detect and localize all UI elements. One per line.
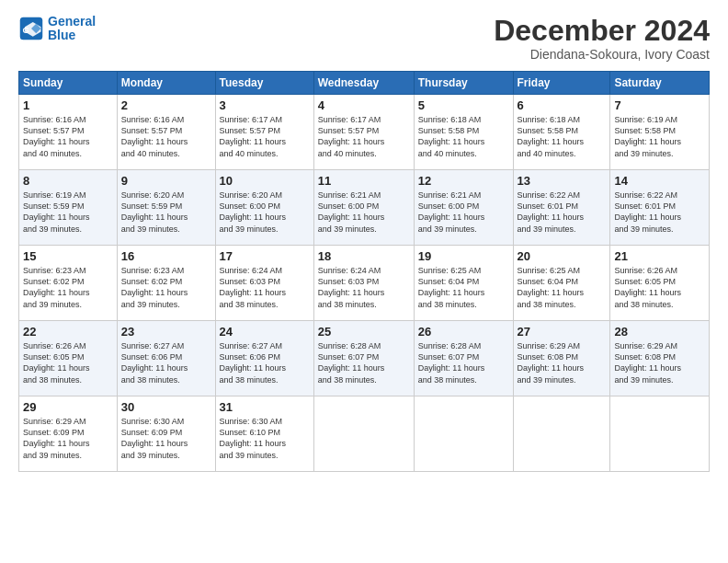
logo-line1: General [48,14,96,29]
day-info: Sunrise: 6:17 AM Sunset: 5:57 PM Dayligh… [318,114,410,159]
day-info: Sunrise: 6:21 AM Sunset: 6:00 PM Dayligh… [318,190,410,235]
day-info: Sunrise: 6:20 AM Sunset: 5:59 PM Dayligh… [121,190,211,235]
day-info: Sunrise: 6:20 AM Sunset: 6:00 PM Dayligh… [220,190,310,235]
title-block: December 2024 Diendana-Sokoura, Ivory Co… [494,15,710,62]
calendar-cell: 21Sunrise: 6:26 AM Sunset: 6:05 PM Dayli… [610,246,710,321]
day-number: 22 [23,325,113,339]
day-info: Sunrise: 6:16 AM Sunset: 5:57 PM Dayligh… [121,114,211,159]
calendar-cell: 23Sunrise: 6:27 AM Sunset: 6:06 PM Dayli… [117,321,215,396]
weekday-header: Saturday [610,72,710,95]
svg-text:G: G [22,26,28,36]
day-info: Sunrise: 6:23 AM Sunset: 6:02 PM Dayligh… [23,265,113,310]
day-number: 10 [220,174,310,188]
day-info: Sunrise: 6:23 AM Sunset: 6:02 PM Dayligh… [121,265,211,310]
page: G General Blue December 2024 Diendana-So… [0,0,728,563]
day-number: 31 [220,400,310,414]
calendar-cell: 11Sunrise: 6:21 AM Sunset: 6:00 PM Dayli… [313,170,414,246]
day-number: 12 [418,174,509,188]
day-number: 1 [23,98,113,112]
day-info: Sunrise: 6:24 AM Sunset: 6:03 PM Dayligh… [318,265,410,310]
calendar-week-row: 1Sunrise: 6:16 AM Sunset: 5:57 PM Daylig… [19,95,710,170]
day-number: 11 [318,174,410,188]
weekday-header: Sunday [19,72,118,95]
calendar-cell: 25Sunrise: 6:28 AM Sunset: 6:07 PM Dayli… [313,321,414,396]
day-info: Sunrise: 6:16 AM Sunset: 5:57 PM Dayligh… [23,114,113,159]
calendar-table: SundayMondayTuesdayWednesdayThursdayFrid… [18,71,710,472]
day-info: Sunrise: 6:26 AM Sunset: 6:05 PM Dayligh… [614,265,705,310]
day-number: 26 [418,325,509,339]
day-number: 6 [518,98,607,112]
day-number: 8 [23,174,113,188]
day-info: Sunrise: 6:26 AM Sunset: 6:05 PM Dayligh… [23,340,113,385]
day-number: 9 [121,174,211,188]
day-number: 13 [518,174,607,188]
day-info: Sunrise: 6:18 AM Sunset: 5:58 PM Dayligh… [418,114,509,159]
calendar-cell: 2Sunrise: 6:16 AM Sunset: 5:57 PM Daylig… [117,95,215,170]
day-number: 25 [318,325,410,339]
day-info: Sunrise: 6:19 AM Sunset: 5:59 PM Dayligh… [23,190,113,235]
calendar-cell: 15Sunrise: 6:23 AM Sunset: 6:02 PM Dayli… [19,246,118,321]
day-info: Sunrise: 6:18 AM Sunset: 5:58 PM Dayligh… [518,114,607,159]
day-number: 20 [518,249,607,263]
weekday-header: Thursday [414,72,513,95]
day-info: Sunrise: 6:19 AM Sunset: 5:58 PM Dayligh… [614,114,705,159]
day-number: 5 [418,98,509,112]
day-info: Sunrise: 6:30 AM Sunset: 6:10 PM Dayligh… [220,416,310,461]
calendar-cell: 26Sunrise: 6:28 AM Sunset: 6:07 PM Dayli… [414,321,513,396]
day-number: 15 [23,249,113,263]
day-info: Sunrise: 6:29 AM Sunset: 6:08 PM Dayligh… [614,340,705,385]
day-info: Sunrise: 6:22 AM Sunset: 6:01 PM Dayligh… [614,190,705,235]
location: Diendana-Sokoura, Ivory Coast [494,47,710,62]
calendar-cell: 18Sunrise: 6:24 AM Sunset: 6:03 PM Dayli… [313,246,414,321]
day-number: 18 [318,249,410,263]
logo: G General Blue [18,15,96,43]
day-info: Sunrise: 6:22 AM Sunset: 6:01 PM Dayligh… [518,190,607,235]
day-info: Sunrise: 6:25 AM Sunset: 6:04 PM Dayligh… [518,265,607,310]
calendar-cell: 8Sunrise: 6:19 AM Sunset: 5:59 PM Daylig… [19,170,118,246]
calendar-cell: 9Sunrise: 6:20 AM Sunset: 5:59 PM Daylig… [117,170,215,246]
day-info: Sunrise: 6:30 AM Sunset: 6:09 PM Dayligh… [121,416,211,461]
logo-line2: Blue [48,28,75,42]
calendar-cell: 24Sunrise: 6:27 AM Sunset: 6:06 PM Dayli… [215,321,313,396]
calendar-cell: 31Sunrise: 6:30 AM Sunset: 6:10 PM Dayli… [215,396,313,472]
calendar-cell: 4Sunrise: 6:17 AM Sunset: 5:57 PM Daylig… [313,95,414,170]
day-number: 16 [121,249,211,263]
day-info: Sunrise: 6:27 AM Sunset: 6:06 PM Dayligh… [121,340,211,385]
day-info: Sunrise: 6:17 AM Sunset: 5:57 PM Dayligh… [220,114,310,159]
logo-text: General Blue [48,15,96,43]
weekday-header: Friday [513,72,610,95]
day-info: Sunrise: 6:28 AM Sunset: 6:07 PM Dayligh… [418,340,509,385]
calendar-week-row: 15Sunrise: 6:23 AM Sunset: 6:02 PM Dayli… [19,246,710,321]
calendar-cell: 3Sunrise: 6:17 AM Sunset: 5:57 PM Daylig… [215,95,313,170]
calendar-cell: 16Sunrise: 6:23 AM Sunset: 6:02 PM Dayli… [117,246,215,321]
calendar-cell: 12Sunrise: 6:21 AM Sunset: 6:00 PM Dayli… [414,170,513,246]
day-number: 27 [518,325,607,339]
calendar-cell [414,396,513,472]
calendar-cell: 6Sunrise: 6:18 AM Sunset: 5:58 PM Daylig… [513,95,610,170]
day-number: 7 [614,98,705,112]
day-number: 29 [23,400,113,414]
calendar-cell: 20Sunrise: 6:25 AM Sunset: 6:04 PM Dayli… [513,246,610,321]
calendar-cell: 7Sunrise: 6:19 AM Sunset: 5:58 PM Daylig… [610,95,710,170]
day-number: 3 [220,98,310,112]
day-number: 28 [614,325,705,339]
header: G General Blue December 2024 Diendana-So… [18,15,710,62]
day-info: Sunrise: 6:27 AM Sunset: 6:06 PM Dayligh… [220,340,310,385]
calendar-cell: 28Sunrise: 6:29 AM Sunset: 6:08 PM Dayli… [610,321,710,396]
calendar-body: 1Sunrise: 6:16 AM Sunset: 5:57 PM Daylig… [19,95,710,472]
weekday-header: Tuesday [215,72,313,95]
calendar-cell: 1Sunrise: 6:16 AM Sunset: 5:57 PM Daylig… [19,95,118,170]
calendar-cell: 13Sunrise: 6:22 AM Sunset: 6:01 PM Dayli… [513,170,610,246]
day-number: 21 [614,249,705,263]
calendar-cell: 17Sunrise: 6:24 AM Sunset: 6:03 PM Dayli… [215,246,313,321]
calendar-cell: 19Sunrise: 6:25 AM Sunset: 6:04 PM Dayli… [414,246,513,321]
weekday-header: Wednesday [313,72,414,95]
logo-icon: G [18,16,44,41]
calendar-cell: 5Sunrise: 6:18 AM Sunset: 5:58 PM Daylig… [414,95,513,170]
day-info: Sunrise: 6:21 AM Sunset: 6:00 PM Dayligh… [418,190,509,235]
day-info: Sunrise: 6:28 AM Sunset: 6:07 PM Dayligh… [318,340,410,385]
day-info: Sunrise: 6:29 AM Sunset: 6:09 PM Dayligh… [23,416,113,461]
calendar-cell: 30Sunrise: 6:30 AM Sunset: 6:09 PM Dayli… [117,396,215,472]
calendar-header-row: SundayMondayTuesdayWednesdayThursdayFrid… [19,72,710,95]
calendar-cell: 22Sunrise: 6:26 AM Sunset: 6:05 PM Dayli… [19,321,118,396]
